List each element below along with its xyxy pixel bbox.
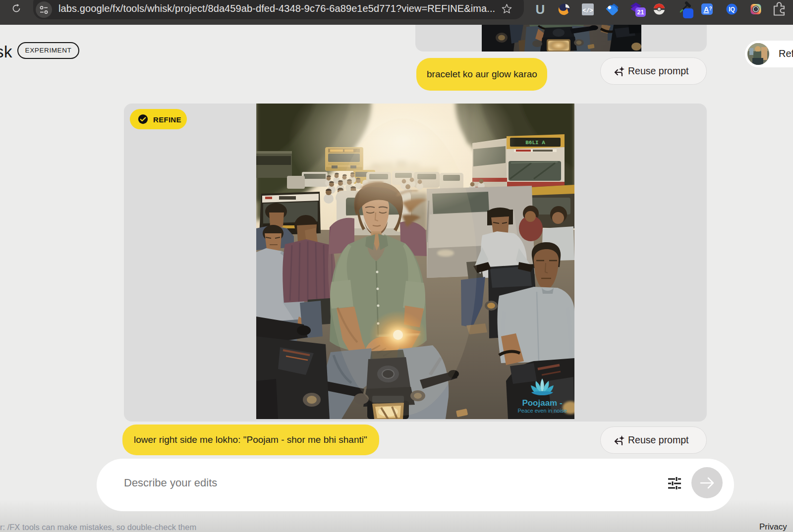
svg-text:</>: </> <box>582 7 593 14</box>
svg-text:U: U <box>536 2 545 17</box>
svg-text:21: 21 <box>637 9 644 16</box>
svg-text:?: ? <box>709 6 712 11</box>
svg-text:A: A <box>704 5 709 13</box>
svg-text:IQ: IQ <box>729 6 735 13</box>
